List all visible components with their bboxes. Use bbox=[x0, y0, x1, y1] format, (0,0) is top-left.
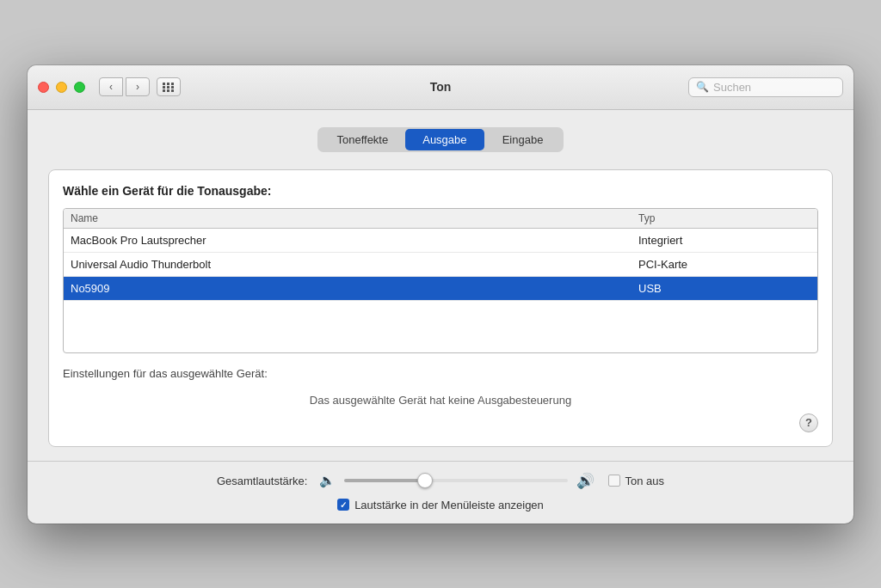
window-title: Ton bbox=[430, 80, 452, 94]
grid-icon bbox=[163, 83, 175, 92]
volume-slider[interactable] bbox=[344, 479, 568, 482]
content-area: Toneffekte Ausgabe Eingabe Wähle ein Ger… bbox=[28, 110, 853, 461]
search-icon: 🔍 bbox=[696, 81, 709, 93]
titlebar: ‹ › Ton 🔍 bbox=[28, 65, 853, 110]
device-type-2: PCI-Karte bbox=[638, 258, 810, 271]
table-row-empty[interactable] bbox=[64, 301, 817, 352]
back-icon: ‹ bbox=[109, 81, 113, 93]
tab-ausgabe[interactable]: Ausgabe bbox=[405, 129, 484, 150]
tabs-container: Toneffekte Ausgabe Eingabe bbox=[48, 127, 833, 152]
table-row-selected[interactable]: No5909 USB bbox=[64, 277, 817, 301]
volume-row: Gesamtlautstärke: 🔈 🔊 Ton aus bbox=[217, 472, 664, 490]
help-button-area: ? bbox=[63, 407, 818, 432]
table-header: Name Typ bbox=[64, 209, 817, 229]
device-name-3: No5909 bbox=[71, 282, 638, 295]
volume-label: Gesamtlautstärke: bbox=[217, 475, 308, 487]
no-control-message: Das ausgewählte Gerät hat keine Ausgabes… bbox=[63, 394, 818, 407]
minimize-button[interactable] bbox=[56, 82, 67, 93]
mute-label: Ton aus bbox=[625, 475, 664, 487]
device-type-1: Integriert bbox=[638, 234, 810, 247]
col-header-name: Name bbox=[71, 212, 638, 224]
window: ‹ › Ton 🔍 Toneffekte Ausgabe Eingabe bbox=[28, 65, 853, 524]
col-header-type: Typ bbox=[638, 212, 810, 224]
back-button[interactable]: ‹ bbox=[99, 77, 123, 96]
section-panel: Wähle ein Gerät für die Tonausgabe: Name… bbox=[48, 169, 833, 447]
maximize-button[interactable] bbox=[74, 82, 85, 93]
search-input[interactable] bbox=[713, 81, 835, 94]
device-type-3: USB bbox=[638, 282, 810, 295]
volume-slider-container bbox=[344, 479, 568, 482]
tab-toneffekte[interactable]: Toneffekte bbox=[319, 129, 405, 150]
close-button[interactable] bbox=[38, 82, 49, 93]
tab-eingabe[interactable]: Eingabe bbox=[484, 129, 562, 150]
settings-label: Einstellungen für das ausgewählte Gerät: bbox=[63, 367, 818, 380]
mute-checkbox[interactable] bbox=[608, 475, 620, 487]
grid-view-button[interactable] bbox=[157, 77, 181, 96]
forward-icon: › bbox=[136, 81, 139, 93]
table-row[interactable]: MacBook Pro Lautsprecher Integriert bbox=[64, 229, 817, 253]
menubar-volume-checkbox[interactable] bbox=[337, 499, 349, 511]
tabs: Toneffekte Ausgabe Eingabe bbox=[317, 127, 563, 152]
table-row[interactable]: Universal Audio Thunderbolt PCI-Karte bbox=[64, 253, 817, 277]
checkbox-row: Lautstärke in der Menüleiste anzeigen bbox=[337, 499, 544, 511]
traffic-lights bbox=[38, 82, 85, 93]
search-box[interactable]: 🔍 bbox=[688, 77, 843, 97]
device-name-1: MacBook Pro Lautsprecher bbox=[71, 234, 638, 247]
bottom-bar: Gesamtlautstärke: 🔈 🔊 Ton aus Lautstärke… bbox=[28, 462, 853, 524]
device-table: Name Typ MacBook Pro Lautsprecher Integr… bbox=[63, 208, 818, 353]
section-title: Wähle ein Gerät für die Tonausgabe: bbox=[63, 184, 818, 198]
device-name-2: Universal Audio Thunderbolt bbox=[71, 258, 638, 271]
menubar-volume-label: Lautstärke in der Menüleiste anzeigen bbox=[354, 499, 544, 511]
help-button[interactable]: ? bbox=[799, 413, 818, 432]
nav-buttons: ‹ › bbox=[99, 77, 150, 96]
forward-button[interactable]: › bbox=[126, 77, 150, 96]
speaker-high-icon: 🔊 bbox=[576, 472, 595, 490]
speaker-low-icon: 🔈 bbox=[319, 473, 336, 488]
